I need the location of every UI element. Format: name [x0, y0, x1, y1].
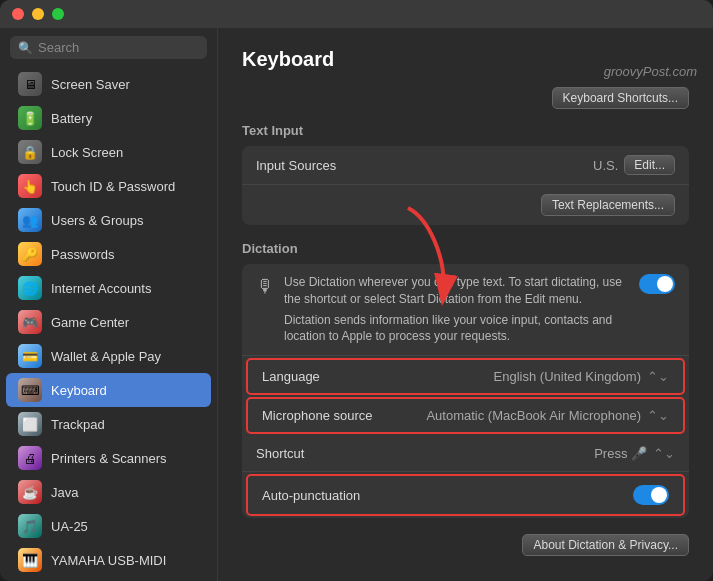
sidebar-item-label: Wallet & Apple Pay	[51, 349, 161, 364]
text-input-group: Input Sources U.S. Edit... Text Replacem…	[242, 146, 689, 225]
sidebar-item-label: Touch ID & Password	[51, 179, 175, 194]
printers-icon: 🖨	[18, 446, 42, 470]
sidebar-item-label: Lock Screen	[51, 145, 123, 160]
language-row: Language English (United Kingdom) ⌃⌄	[246, 358, 685, 395]
text-replacements-row: Text Replacements...	[242, 185, 689, 225]
dictation-toggle[interactable]	[639, 274, 675, 294]
passwords-icon: 🔑	[18, 242, 42, 266]
search-bar[interactable]: 🔍	[10, 36, 207, 59]
sidebar: 🔍 🖥 Screen Saver 🔋 Battery 🔒 Lock Screen…	[0, 28, 218, 581]
battery-icon: 🔋	[18, 106, 42, 130]
sidebar-item-gamecenter[interactable]: 🎮 Game Center	[6, 305, 211, 339]
sidebar-item-label: Trackpad	[51, 417, 105, 432]
sidebar-item-label: Java	[51, 485, 78, 500]
sidebar-item-wallet[interactable]: 💳 Wallet & Apple Pay	[6, 339, 211, 373]
search-input[interactable]	[38, 40, 199, 55]
sidebar-item-battery[interactable]: 🔋 Battery	[6, 101, 211, 135]
sidebar-item-label: Users & Groups	[51, 213, 143, 228]
dictation-info-text: Use Dictation wherever you can type text…	[284, 274, 629, 308]
touchid-icon: 👆	[18, 174, 42, 198]
sidebar-item-label: Game Center	[51, 315, 129, 330]
edit-button[interactable]: Edit...	[624, 155, 675, 175]
ua25-icon: 🎵	[18, 514, 42, 538]
language-text: English (United Kingdom)	[494, 369, 641, 384]
shortcut-row: Shortcut Press 🎤 ⌃⌄	[242, 436, 689, 472]
wallet-icon: 💳	[18, 344, 42, 368]
microphone-icon: 🎙	[256, 276, 274, 297]
sidebar-item-lockscreen[interactable]: 🔒 Lock Screen	[6, 135, 211, 169]
sidebar-item-internet[interactable]: 🌐 Internet Accounts	[6, 271, 211, 305]
search-icon: 🔍	[18, 41, 33, 55]
input-sources-label: Input Sources	[256, 158, 336, 173]
sidebar-item-label: UA-25	[51, 519, 88, 534]
sidebar-item-screensaver[interactable]: 🖥 Screen Saver	[6, 67, 211, 101]
sidebar-item-label: Internet Accounts	[51, 281, 151, 296]
language-value: English (United Kingdom) ⌃⌄	[494, 369, 669, 384]
microphone-source-value: Automatic (MacBook Air Microphone) ⌃⌄	[426, 408, 669, 423]
microphone-source-row: Microphone source Automatic (MacBook Air…	[246, 397, 685, 434]
sidebar-item-label: Keyboard	[51, 383, 107, 398]
users-icon: 👥	[18, 208, 42, 232]
dictation-info-row: 🎙 Use Dictation wherever you can type te…	[242, 264, 689, 356]
sidebar-item-ua25[interactable]: 🎵 UA-25	[6, 509, 211, 543]
titlebar	[0, 0, 713, 28]
dictation-info-text2: Dictation sends information like your vo…	[284, 312, 629, 346]
internet-icon: 🌐	[18, 276, 42, 300]
sidebar-item-label: Screen Saver	[51, 77, 130, 92]
sidebar-item-label: Printers & Scanners	[51, 451, 167, 466]
shortcut-chevron: ⌃⌄	[653, 446, 675, 461]
keyboard-icon: ⌨	[18, 378, 42, 402]
sidebar-item-label: Passwords	[51, 247, 115, 262]
window-content: 🔍 🖥 Screen Saver 🔋 Battery 🔒 Lock Screen…	[0, 28, 713, 581]
sidebar-item-label: Battery	[51, 111, 92, 126]
auto-punctuation-toggle[interactable]	[633, 485, 669, 505]
shortcut-value: Press 🎤 ⌃⌄	[594, 446, 675, 461]
dictation-description: Use Dictation wherever you can type text…	[284, 274, 629, 345]
sidebar-item-trackpad[interactable]: ⬜ Trackpad	[6, 407, 211, 441]
text-input-section-label: Text Input	[242, 123, 689, 138]
system-preferences-window: 🔍 🖥 Screen Saver 🔋 Battery 🔒 Lock Screen…	[0, 0, 713, 581]
shortcut-text: Press 🎤	[594, 446, 647, 461]
shortcut-label: Shortcut	[256, 446, 304, 461]
sidebar-item-java[interactable]: ☕ Java	[6, 475, 211, 509]
sidebar-item-keyboard[interactable]: ⌨ Keyboard	[6, 373, 211, 407]
sidebar-item-touchid[interactable]: 👆 Touch ID & Password	[6, 169, 211, 203]
sidebar-item-yamaha[interactable]: 🎹 YAMAHA USB-MIDI	[6, 543, 211, 577]
keyboard-shortcuts-row: Keyboard Shortcuts...	[242, 87, 689, 109]
watermark: groovyPost.com	[604, 64, 697, 79]
main-panel: groovyPost.com Keyboard Keyboard Shortcu…	[218, 28, 713, 581]
chevron-down-icon: ⌃⌄	[647, 408, 669, 423]
yamaha-icon: 🎹	[18, 548, 42, 572]
sidebar-item-printers[interactable]: 🖨 Printers & Scanners	[6, 441, 211, 475]
chevron-icon: ⌃⌄	[647, 369, 669, 384]
gamecenter-icon: 🎮	[18, 310, 42, 334]
keyboard-shortcuts-button[interactable]: Keyboard Shortcuts...	[552, 87, 689, 109]
maximize-button[interactable]	[52, 8, 64, 20]
auto-punctuation-label: Auto-punctuation	[262, 488, 360, 503]
microphone-source-text: Automatic (MacBook Air Microphone)	[426, 408, 641, 423]
lockscreen-icon: 🔒	[18, 140, 42, 164]
about-dictation-row: About Dictation & Privacy...	[242, 534, 689, 556]
input-sources-row: Input Sources U.S. Edit...	[242, 146, 689, 185]
trackpad-icon: ⬜	[18, 412, 42, 436]
text-replacements-button[interactable]: Text Replacements...	[541, 194, 675, 216]
sidebar-item-users[interactable]: 👥 Users & Groups	[6, 203, 211, 237]
minimize-button[interactable]	[32, 8, 44, 20]
input-sources-value: U.S. Edit...	[593, 155, 675, 175]
java-icon: ☕	[18, 480, 42, 504]
screensaver-icon: 🖥	[18, 72, 42, 96]
about-dictation-button[interactable]: About Dictation & Privacy...	[522, 534, 689, 556]
dictation-group: 🎙 Use Dictation wherever you can type te…	[242, 264, 689, 518]
language-label: Language	[262, 369, 320, 384]
microphone-source-label: Microphone source	[262, 408, 373, 423]
auto-punctuation-row: Auto-punctuation	[246, 474, 685, 516]
sidebar-item-passwords[interactable]: 🔑 Passwords	[6, 237, 211, 271]
sidebar-item-label: YAMAHA USB-MIDI	[51, 553, 166, 568]
dictation-section-label: Dictation	[242, 241, 689, 256]
input-sources-text: U.S.	[593, 158, 618, 173]
close-button[interactable]	[12, 8, 24, 20]
